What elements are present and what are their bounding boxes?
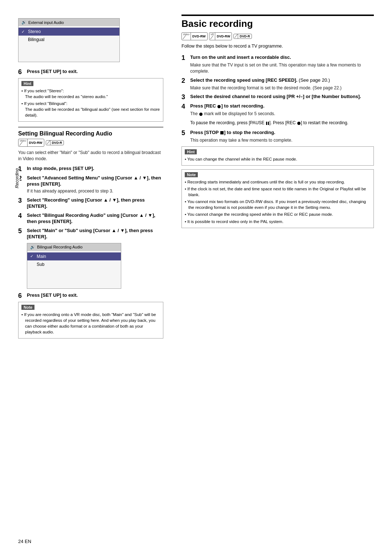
r-step3-title: Select the desired channel to record usi… [190, 94, 361, 100]
badge-dvdrw-video: Video ╱ DVD-RW [18, 139, 44, 147]
note-box-1: Note If you are recording onto a VR mode… [18, 302, 163, 339]
badge-dvdr-label: DVD-R [50, 141, 64, 145]
r-step5-body: This operation may take a few moments to… [181, 137, 374, 143]
right-column: Basic recording Video ╱ DVD-RW VR ╱ DVD-… [174, 15, 374, 540]
right-step1: 1 Turn on the unit and insert a recordab… [181, 54, 374, 74]
b-step5-title: Select "Main" or "Sub" using [Cursor ▲ /… [27, 228, 163, 240]
badge-right-dvdrw-video: Video ╱ DVD-RW [181, 32, 208, 40]
note1-label: Note [21, 305, 34, 310]
badge-r-dvdr-label: DVD-R [238, 34, 252, 39]
press-setup-step2: 6 Press [SET UP] to exit. [18, 292, 163, 299]
note2-item3: You cannot mix two formats on DVD-RW dis… [185, 199, 371, 210]
r-step5-title: Press [STOP ] to stop the recording. [190, 130, 275, 136]
r-step2-body: Make sure that the recording format is s… [181, 85, 374, 91]
note2-label: Note [185, 172, 198, 177]
badge-dvdrw-label: DVD-RW [28, 139, 44, 146]
badge-r-dvdrw-label: DVD-RW [191, 33, 207, 40]
badge-right-dvdr: ╱ DVD-R [233, 34, 252, 39]
screen1-row-stereo: ✓ Stereo [19, 28, 119, 36]
r-step1-body: Make sure that the TV input is set on th… [181, 62, 374, 74]
hint-box-2: Hint You can change the channel while in… [181, 146, 374, 166]
badge-r-dvdr-slash: ╱ [235, 35, 237, 38]
note-box-2: Note Recording starts immediately and co… [181, 169, 374, 228]
r-step4-title: Press [REC ] to start recording. [190, 103, 265, 109]
note2-item2: If the clock is not set, the date and ti… [185, 186, 371, 198]
r-step5-num: 5 [181, 130, 188, 136]
pause-icon [266, 122, 269, 125]
hint1-label: Hint [21, 81, 33, 86]
note2-item1: Recording starts immediately and continu… [185, 179, 371, 185]
hint2-item1: You can change the channel while in the … [185, 156, 371, 162]
bilingual-step2: 2 Select "Advanced Setting Menu" using [… [18, 175, 163, 195]
b-step2-title: Select "Advanced Setting Menu" using [Cu… [27, 175, 163, 187]
r-step3-num: 3 [181, 94, 188, 100]
screen2: 🔊 Bilingual Recording Audio ✓ Main Sub [27, 243, 121, 289]
press-setup-step1: 6 Press [SET UP] to exit. [18, 69, 163, 75]
screen2-titlebar: 🔊 Bilingual Recording Audio [27, 243, 121, 251]
badge-dvdr-slash: ╱ [47, 141, 49, 145]
b-step5-num: 5 [18, 228, 25, 234]
right-step2: 2 Select the recording speed using [REC … [181, 77, 374, 91]
right-step4: 4 Press [REC ] to start recording. The m… [181, 103, 374, 117]
rec-circle3-icon [297, 122, 301, 125]
rec-circle2-icon [199, 113, 203, 116]
screen2-label-main: Main [37, 254, 46, 259]
badge-video-slash: ╱ [20, 142, 21, 146]
badge-r-vr-dvdrw-label: DVD-RW [215, 33, 232, 40]
sidebar-label: Recording [15, 169, 20, 189]
page-number: 24 EN [18, 539, 31, 544]
bilingual-intro: You can select either "Main" or "Sub" au… [18, 150, 163, 162]
pause-note: To pause the recording, press [PAUSE ]. … [181, 120, 374, 126]
step6-num2: 6 [18, 292, 25, 299]
r-step4-num: 4 [181, 103, 188, 110]
page: Recording 🔊 External input Audio ✓ Stere… [0, 0, 392, 555]
left-column: Recording 🔊 External input Audio ✓ Stere… [18, 15, 174, 540]
bilingual-title: Setting Bilingual Recording Audio [18, 127, 163, 137]
r-step2-num: 2 [181, 77, 188, 84]
screen2-row-sub: Sub [27, 260, 121, 268]
bilingual-step5: 5 Select "Main" or "Sub" using [Cursor ▲… [18, 228, 163, 240]
screen1-label-stereo: Stereo [28, 29, 41, 34]
step6-num-left: 6 [18, 69, 25, 75]
right-step3: 3 Select the desired channel to record u… [181, 94, 374, 100]
note2-item5: It is possible to record video only in t… [185, 219, 371, 224]
note1-item1: If you are recording onto a VR mode disc… [21, 312, 160, 335]
screen1-title: External input Audio [28, 20, 64, 25]
hint-box-1: Hint If you select "Stereo":The audio wi… [18, 78, 163, 122]
r-step2-title: Select the recording speed using [REC SP… [190, 77, 330, 84]
checkmark-main: ✓ [30, 254, 34, 259]
b-step2-body: If it has already appeared, proceed to s… [18, 188, 163, 194]
page-num-suffix: EN [23, 539, 31, 544]
note2-item4: You cannot change the recording speed wh… [185, 211, 371, 217]
basic-rec-title: Basic recording [181, 18, 374, 29]
stop-square-icon [220, 131, 224, 134]
screen1-row-bilingual: Bilingual [19, 36, 119, 44]
screen1-titlebar: 🔊 External input Audio [19, 19, 119, 26]
r-step1-num: 1 [181, 54, 188, 61]
press-setup-label2: Press [SET UP] to exit. [27, 292, 78, 299]
r-step4-body: The mark will be displayed for 5 seconds… [181, 111, 374, 117]
right-intro: Follow the steps below to record a TV pr… [181, 43, 374, 50]
bilingual-step4: 4 Select "Bilingual Recording Audio" usi… [18, 212, 163, 225]
screen2-row-main: ✓ Main [27, 252, 121, 260]
right-badges: Video ╱ DVD-RW VR ╱ DVD-RW ╱ DVD-R [181, 32, 374, 40]
badge-right-dvdrw-vr: VR ╱ DVD-RW [209, 32, 232, 40]
b-step1-title: In stop mode, press [SET UP]. [27, 166, 94, 172]
b-step3-title: Select "Recording" using [Cursor ▲ / ▼],… [27, 197, 163, 210]
b-step4-num: 4 [18, 212, 25, 219]
screen1-label-bilingual: Bilingual [28, 37, 44, 42]
badge-r-video-slash: ╱ [183, 36, 185, 40]
hint2-label: Hint [185, 149, 197, 154]
rec-circle-icon [217, 105, 221, 108]
checkmark-stereo: ✓ [21, 29, 26, 34]
badge-r-vr-slash: ╱ [211, 36, 212, 40]
r-step1-title: Turn on the unit and insert a recordable… [190, 54, 291, 61]
hint1-item1: If you select "Stereo":The audio will be… [21, 88, 160, 100]
b-step3-num: 3 [18, 197, 25, 204]
b-step4-title: Select "Bilingual Recording Audio" using… [27, 212, 163, 225]
screen1: 🔊 External input Audio ✓ Stereo Bilingua… [18, 18, 120, 62]
press-setup-label1: Press [SET UP] to exit. [27, 69, 78, 75]
screen2-label-sub: Sub [37, 262, 44, 267]
speaker-icon: 🔊 [21, 20, 26, 25]
page-num-value: 24 [18, 539, 23, 544]
